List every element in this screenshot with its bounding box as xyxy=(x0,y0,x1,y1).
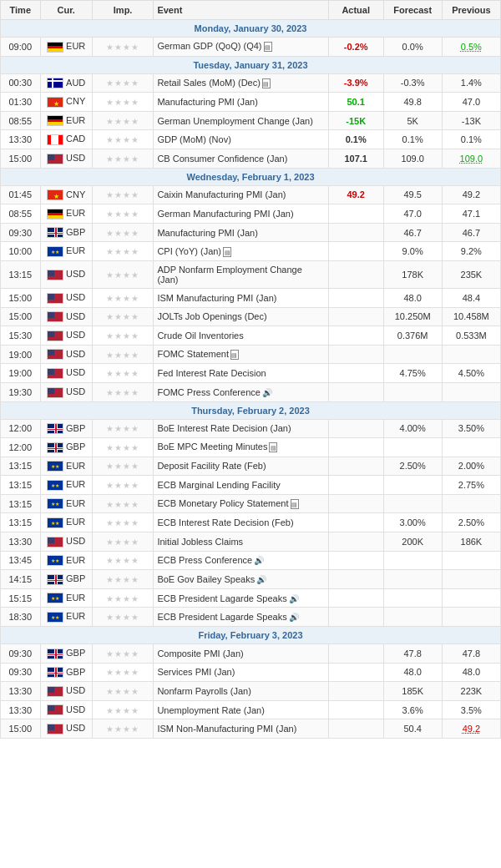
event-name[interactable]: ECB Monetary Policy Statement▤ xyxy=(154,494,328,513)
event-importance: ★★★★ xyxy=(92,149,154,168)
event-importance: ★★★★ xyxy=(92,364,154,383)
event-name[interactable]: BoE Interest Rate Decision (Jan) xyxy=(154,419,328,438)
event-name[interactable]: German Unemployment Change (Jan) xyxy=(154,111,328,130)
currency-label: CAD xyxy=(66,134,85,144)
event-name[interactable]: ADP Nonfarm Employment Change (Jan) xyxy=(154,260,328,288)
event-name[interactable]: Services PMI (Jan) xyxy=(154,663,328,682)
event-importance: ★★★★ xyxy=(92,551,154,570)
table-row: 15:00 USD ★★★★ JOLTs Job Openings (Dec) … xyxy=(1,307,501,326)
table-row: 19:00 USD ★★★★ FOMC Statement▤ xyxy=(1,345,501,364)
event-name[interactable]: Fed Interest Rate Decision xyxy=(154,364,328,383)
event-name[interactable]: Unemployment Rate (Jan) xyxy=(154,700,328,719)
actual-value: 0.1% xyxy=(346,134,367,144)
event-name[interactable]: Initial Jobless Claims xyxy=(154,532,328,552)
event-previous: 2.00% xyxy=(442,457,500,476)
event-currency: USD xyxy=(40,149,92,168)
day-header-label: Friday, February 3, 2023 xyxy=(1,627,501,644)
event-importance: ★★★★ xyxy=(92,419,154,438)
event-name[interactable]: BoE Gov Bailey Speaks🔊 xyxy=(154,570,328,589)
event-actual: -0.2% xyxy=(328,38,383,57)
previous-value: 3.50% xyxy=(458,423,484,433)
event-time: 15:00 xyxy=(1,307,41,326)
sound-icon: 🔊 xyxy=(254,556,264,565)
event-actual xyxy=(328,307,383,326)
actual-value: 107.1 xyxy=(344,154,367,164)
event-currency: GBP xyxy=(40,419,92,438)
event-previous xyxy=(442,588,500,608)
event-previous xyxy=(442,551,500,570)
day-header-label: Wednesday, February 1, 2023 xyxy=(1,168,501,185)
event-name[interactable]: FOMC Press Conference🔊 xyxy=(154,382,328,401)
event-time: 13:45 xyxy=(1,551,41,570)
event-forecast: 48.0 xyxy=(383,663,442,682)
event-actual xyxy=(328,570,383,589)
currency-label: USD xyxy=(66,685,85,695)
event-forecast: 9.0% xyxy=(383,242,442,261)
event-name[interactable]: Retail Sales (MoM) (Dec)▤ xyxy=(154,73,328,93)
event-forecast xyxy=(383,345,442,364)
event-importance: ★★★★ xyxy=(92,588,154,608)
event-name[interactable]: ECB Interest Rate Decision (Feb) xyxy=(154,513,328,532)
event-name[interactable]: ECB President Lagarde Speaks🔊 xyxy=(154,608,328,627)
event-name[interactable]: BoE MPC Meeting Minutes▤ xyxy=(154,438,328,457)
event-importance: ★★★★ xyxy=(92,204,154,224)
event-actual: -3.9% xyxy=(328,73,383,93)
event-currency: USD xyxy=(40,700,92,719)
table-row: 15:30 USD ★★★★ Crude Oil Inventories 0.3… xyxy=(1,326,501,346)
event-name[interactable]: ECB Press Conference🔊 xyxy=(154,551,328,570)
event-importance: ★★★★ xyxy=(92,223,154,242)
event-currency: ★★EUR xyxy=(40,476,92,495)
event-forecast xyxy=(383,476,442,495)
event-time: 12:00 xyxy=(1,419,41,438)
event-forecast: 47.0 xyxy=(383,204,442,224)
document-icon: ▤ xyxy=(291,499,299,509)
event-forecast: 50.4 xyxy=(383,719,442,739)
event-name[interactable]: Deposit Facility Rate (Feb) xyxy=(154,457,328,476)
day-header: Thursday, February 2, 2023 xyxy=(1,401,501,419)
previous-value: 47.0 xyxy=(463,97,480,107)
event-name[interactable]: ISM Manufacturing PMI (Jan) xyxy=(154,288,328,307)
event-importance: ★★★★ xyxy=(92,288,154,307)
event-name[interactable]: ISM Non-Manufacturing PMI (Jan) xyxy=(154,719,328,739)
event-previous: 9.2% xyxy=(442,242,500,261)
event-forecast: 200K xyxy=(383,532,442,552)
event-name[interactable]: Manufacturing PMI (Jan) xyxy=(154,93,328,112)
event-forecast: -0.3% xyxy=(383,73,442,93)
importance-stars: ★★★★ xyxy=(106,649,139,659)
event-name[interactable]: CB Consumer Confidence (Jan) xyxy=(154,149,328,168)
event-name[interactable]: Nonfarm Payrolls (Jan) xyxy=(154,682,328,701)
importance-stars: ★★★★ xyxy=(106,556,139,565)
currency-label: EUR xyxy=(66,611,85,621)
event-forecast: 10.250M xyxy=(383,307,442,326)
event-actual xyxy=(328,682,383,701)
event-name[interactable]: German Manufacturing PMI (Jan) xyxy=(154,204,328,224)
event-name[interactable]: JOLTs Job Openings (Dec) xyxy=(154,307,328,326)
table-row: 09:30 GBP ★★★★ Services PMI (Jan) 48.0 4… xyxy=(1,663,501,682)
currency-label: EUR xyxy=(66,498,85,508)
event-actual: -15K xyxy=(328,111,383,130)
previous-value: 49.2 xyxy=(463,724,480,734)
event-name[interactable]: FOMC Statement▤ xyxy=(154,345,328,364)
event-name[interactable]: CPI (YoY) (Jan)▤ xyxy=(154,242,328,261)
event-importance: ★★★★ xyxy=(92,682,154,701)
event-previous xyxy=(442,438,500,457)
event-forecast: 3.00% xyxy=(383,513,442,532)
event-actual: 49.2 xyxy=(328,185,383,204)
event-name[interactable]: ECB Marginal Lending Facility xyxy=(154,476,328,495)
event-name[interactable]: ECB President Lagarde Speaks🔊 xyxy=(154,588,328,608)
event-name[interactable]: Caixin Manufacturing PMI (Jan) xyxy=(154,185,328,204)
event-name[interactable]: Manufacturing PMI (Jan) xyxy=(154,223,328,242)
importance-stars: ★★★★ xyxy=(106,331,139,341)
previous-value: 2.75% xyxy=(458,480,484,490)
event-name[interactable]: GDP (MoM) (Nov) xyxy=(154,130,328,149)
event-previous: 235K xyxy=(442,260,500,288)
event-currency: EUR xyxy=(40,38,92,57)
event-name[interactable]: German GDP (QoQ) (Q4)▤ xyxy=(154,38,328,57)
previous-value: 0.533M xyxy=(456,331,487,341)
event-previous: 49.2 xyxy=(442,185,500,204)
event-forecast: 109.0 xyxy=(383,149,442,168)
event-actual xyxy=(328,382,383,401)
event-time: 13:30 xyxy=(1,700,41,719)
event-name[interactable]: Crude Oil Inventories xyxy=(154,326,328,346)
event-name[interactable]: Composite PMI (Jan) xyxy=(154,644,328,664)
